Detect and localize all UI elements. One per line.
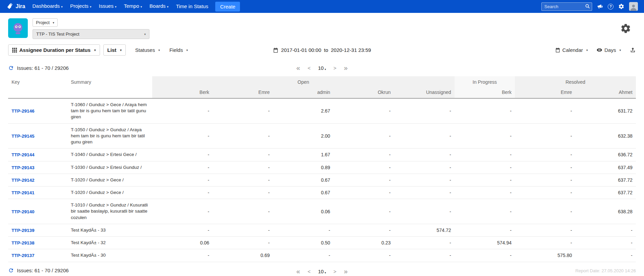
issue-key-link[interactable]: TTP-29143 — [12, 165, 35, 170]
duration-value: - — [334, 149, 394, 161]
issue-key-cell: TTP-29139 — [8, 224, 67, 236]
export-icon[interactable] — [630, 47, 636, 53]
issue-key-link[interactable]: TTP-29137 — [12, 253, 35, 258]
project-scope-dropdown[interactable]: Project ▾ — [33, 18, 58, 27]
unit-dropdown[interactable]: Days ▾ — [597, 47, 621, 53]
create-button[interactable]: Create — [215, 2, 240, 12]
project-controls: Project ▾ TTP - TIS Test Project ▾ — [33, 18, 149, 39]
issue-summary: Test KaydÄ± - 33 — [67, 224, 152, 236]
chevron-down-icon: ▾ — [53, 21, 54, 24]
pagination-last-button[interactable]: » — [344, 64, 348, 72]
nav-item-tempo[interactable]: Tempo▾ — [120, 0, 146, 13]
duration-value: - — [455, 98, 515, 123]
refresh-icon[interactable] — [8, 65, 14, 71]
project-select-value: TTP - TIS Test Project — [36, 32, 79, 37]
issues-count-label: Issues: 61 - 70 / 29206 — [17, 268, 69, 273]
calendar-mode-dropdown[interactable]: Calendar ▾ — [555, 47, 588, 53]
column-header-key: Key — [8, 76, 67, 98]
project-select[interactable]: TTP - TIS Test Project ▾ — [33, 29, 149, 39]
duration-value: - — [273, 224, 334, 236]
refresh-icon[interactable] — [8, 268, 14, 273]
issue-key-link[interactable]: TTP-29141 — [12, 190, 35, 195]
issue-key-link[interactable]: TTP-29139 — [12, 228, 35, 233]
duration-value: - — [152, 161, 213, 174]
table-row: TTP-29146T-1060 / Gunduz > Gece / Araya … — [8, 98, 636, 123]
report-settings-gear-icon[interactable] — [620, 23, 631, 34]
user-avatar[interactable] — [629, 2, 638, 11]
issues-bar-bottom: Issues: 61 - 70 / 29206 « < 10 ▾ > » Rep… — [0, 262, 644, 276]
pagination-page-dropdown[interactable]: 10 ▾ — [318, 269, 326, 274]
statuses-dropdown[interactable]: Statuses ▾ — [135, 47, 160, 53]
search-icon[interactable] — [585, 4, 590, 9]
nav-item-issues[interactable]: Issues▾ — [95, 0, 120, 13]
unit-label: Days — [604, 47, 616, 53]
issues-bar-top: Issues: 61 - 70 / 29206 « < 10 ▾ > » — [0, 60, 644, 76]
column-header-open-emre: Emre — [213, 85, 273, 98]
pagination-page-dropdown[interactable]: 10 ▾ — [318, 65, 326, 71]
date-range-picker[interactable]: 2017-01-01 00:00 to 2020-12-31 23:59 — [273, 47, 371, 53]
issue-key-link[interactable]: TTP-29142 — [12, 178, 35, 183]
duration-value: - — [576, 249, 636, 262]
duration-value: 637.72 — [576, 186, 636, 199]
chevron-down-icon: ▾ — [120, 48, 122, 52]
nav-item-dashboards[interactable]: Dashboards▾ — [28, 0, 66, 13]
duration-value: - — [394, 199, 455, 224]
issue-key-link[interactable]: TTP-29138 — [12, 240, 35, 245]
column-header-resolved-ahmet: Ahmet — [576, 85, 636, 98]
pagination-bottom: « < 10 ▾ > » — [296, 268, 347, 275]
pagination-top: « < 10 ▾ > » — [296, 64, 347, 72]
search-input[interactable] — [541, 2, 592, 11]
pagination-first-button[interactable]: « — [296, 64, 300, 72]
issue-summary: T-1020 / Gunduz > Gece / — [67, 186, 152, 199]
report-toolbar: Assignee Duration per Status ▾ List ▾ St… — [0, 42, 644, 60]
help-icon[interactable]: ? — [608, 4, 613, 9]
nav-item-boards[interactable]: Boards▾ — [146, 0, 172, 13]
report-type-dropdown[interactable]: Assignee Duration per Status ▾ — [8, 44, 100, 56]
duration-value: - — [152, 199, 213, 224]
table-row: TTP-29142T-1020 / Gunduz > Gece /--0.67-… — [8, 174, 636, 186]
duration-value: - — [213, 199, 273, 224]
duration-value: 0.69 — [213, 249, 273, 262]
duration-value: - — [515, 149, 575, 161]
jira-logo[interactable]: Jira — [3, 3, 28, 10]
duration-value: - — [515, 237, 575, 249]
duration-value: - — [515, 174, 575, 186]
pagination-first-button[interactable]: « — [296, 268, 300, 275]
duration-value: - — [455, 149, 515, 161]
nav-item-time-in-status[interactable]: Time in Status — [172, 0, 212, 13]
date-join: to — [324, 47, 328, 53]
nav-item-projects[interactable]: Projects▾ — [66, 0, 95, 13]
pagination-next-button[interactable]: > — [334, 269, 337, 274]
status-group-header-open: Open — [152, 76, 455, 85]
duration-value: - — [152, 224, 213, 236]
issue-key-cell: TTP-29140 — [8, 199, 67, 224]
pagination-prev-button[interactable]: < — [307, 65, 310, 71]
view-mode-dropdown[interactable]: List ▾ — [103, 44, 126, 56]
issue-summary: T-1050 / Gunduz > Gunduz / Araya hem tam… — [67, 123, 152, 149]
duration-value: - — [213, 237, 273, 249]
duration-value: - — [213, 174, 273, 186]
duration-value: - — [455, 199, 515, 224]
duration-value: 2.67 — [273, 98, 334, 123]
pagination-last-button[interactable]: » — [344, 268, 348, 275]
issue-key-cell: TTP-29146 — [8, 98, 67, 123]
pagination-prev-button[interactable]: < — [307, 269, 310, 274]
issue-key-link[interactable]: TTP-29145 — [12, 134, 35, 139]
duration-value: - — [334, 199, 394, 224]
table-row: TTP-29140T-1010 / Gunduz > Gunduz / Kusu… — [8, 199, 636, 224]
settings-gear-icon[interactable] — [618, 3, 624, 9]
duration-value: 0.06 — [152, 237, 213, 249]
chevron-down-icon: ▾ — [186, 48, 188, 52]
issue-key-link[interactable]: TTP-29144 — [12, 152, 35, 157]
duration-value: 632.38 — [576, 123, 636, 149]
duration-value: - — [515, 161, 575, 174]
issue-key-link[interactable]: TTP-29146 — [12, 109, 35, 114]
feedback-megaphone-icon[interactable] — [597, 3, 603, 9]
issue-summary: T-1010 / Gunduz > Gunduz / Kusuratli bir… — [67, 199, 152, 224]
pagination-next-button[interactable]: > — [334, 65, 337, 71]
duration-value: 0.50 — [273, 237, 334, 249]
issue-key-cell: TTP-29144 — [8, 149, 67, 161]
fields-dropdown[interactable]: Fields ▾ — [169, 47, 188, 53]
report-type-label: Assignee Duration per Status — [19, 47, 90, 53]
issue-key-link[interactable]: TTP-29140 — [12, 209, 35, 214]
